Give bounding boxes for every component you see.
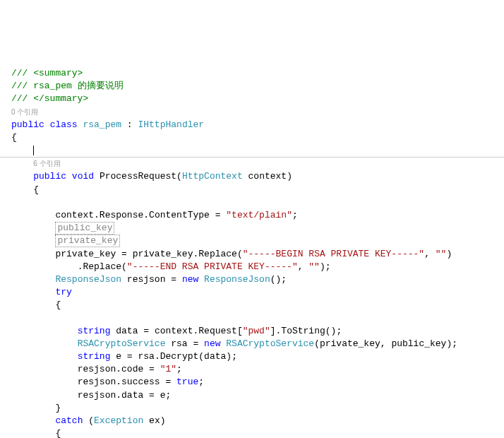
kw-catch: catch — [55, 415, 83, 426]
ident-data: data — [204, 351, 226, 362]
ident-data-prop: data — [121, 390, 143, 401]
open-brace: { — [11, 132, 17, 143]
string-beginkey: "-----BEGIN RSA PRIVATE KEY-----" — [243, 249, 424, 259]
codelens-refs-0[interactable]: 0 个引用 — [11, 108, 38, 116]
ident-decrypt: Decrypt — [160, 351, 199, 362]
ident-request: Request — [198, 326, 237, 336]
kw-void: void — [72, 171, 94, 182]
code-editor[interactable]: /// <summary> /// rsa_pem 的摘要说明 /// </su… — [0, 52, 504, 438]
kw-true: true — [176, 377, 198, 387]
string-textplain: "text/plain" — [226, 210, 292, 220]
type-httpcontext: HttpContext — [182, 171, 243, 182]
string-empty: "" — [308, 261, 320, 272]
open-brace: { — [55, 428, 61, 438]
ident-response: Response — [100, 210, 143, 220]
ident-private-key: private_key — [55, 249, 116, 259]
ident-public-key: public_key — [391, 338, 446, 349]
type-rsacryptoservice: RSACryptoService — [78, 338, 166, 349]
ident-private-key: private_key — [133, 249, 193, 259]
ident-ex: ex — [149, 415, 160, 426]
xml-doc-summary-close: /// </summary> — [11, 93, 88, 104]
close-brace: } — [55, 403, 61, 413]
ident-contenttype: ContentType — [149, 210, 210, 220]
ident-replace: Replace — [83, 261, 121, 272]
type-rsa-pem: rsa_pem — [83, 119, 121, 130]
xml-doc-text: rsa_pem 的摘要说明 — [33, 81, 123, 91]
string-endkey: "-----END RSA PRIVATE KEY-----" — [127, 261, 298, 272]
method-processrequest: ProcessRequest — [100, 171, 176, 182]
kw-public: public — [33, 171, 66, 182]
ident-replace: Replace — [198, 249, 237, 259]
ident-resjson: resjson — [78, 377, 116, 387]
string-empty: "" — [436, 249, 447, 259]
region-divider — [0, 157, 504, 158]
ident-resjson: resjson — [78, 364, 116, 374]
codelens-refs-6[interactable]: 6 个引用 — [33, 160, 60, 167]
kw-new: new — [182, 274, 198, 285]
kw-try: try — [55, 287, 71, 297]
xml-doc-summary-open: /// <summary> — [11, 68, 83, 78]
kw-string: string — [78, 326, 111, 336]
colon: : — [121, 119, 138, 130]
param-context: context — [248, 171, 287, 182]
ident-rsa: rsa — [138, 351, 154, 362]
type-responsejson: ResponseJson — [204, 274, 270, 285]
placeholder-public-key[interactable]: public_key — [55, 222, 114, 235]
kw-public: public — [11, 119, 44, 130]
ident-context: context — [155, 326, 193, 336]
ident-private-key: private_key — [320, 338, 380, 349]
ident-tostring: ToString — [281, 326, 325, 336]
ident-rsa: rsa — [171, 338, 187, 349]
type-ihttphandler: IHttpHandler — [138, 119, 204, 130]
ident-context: context — [55, 210, 94, 220]
placeholder-private-key[interactable]: private_key — [55, 235, 120, 247]
string-one: "1" — [160, 364, 176, 374]
string-pwd: "pwd" — [243, 326, 270, 336]
type-exception: Exception — [94, 415, 143, 426]
type-responsejson: ResponseJson — [55, 274, 121, 285]
ident-resjson: resjson — [78, 390, 116, 401]
kw-class: class — [50, 119, 78, 130]
ident-data: data — [116, 326, 138, 336]
ident-resjson: resjson — [127, 274, 166, 285]
ident-code: code — [121, 364, 143, 374]
ident-success: success — [121, 377, 160, 387]
open-brace: { — [55, 300, 61, 310]
xml-doc-prefix: /// — [11, 81, 33, 91]
kw-new: new — [204, 338, 220, 349]
type-rsacryptoservice: RSACryptoService — [226, 338, 314, 349]
ident-e: e — [116, 351, 121, 362]
text-cursor — [33, 146, 34, 155]
kw-string: string — [78, 351, 111, 362]
open-brace: { — [33, 184, 39, 195]
